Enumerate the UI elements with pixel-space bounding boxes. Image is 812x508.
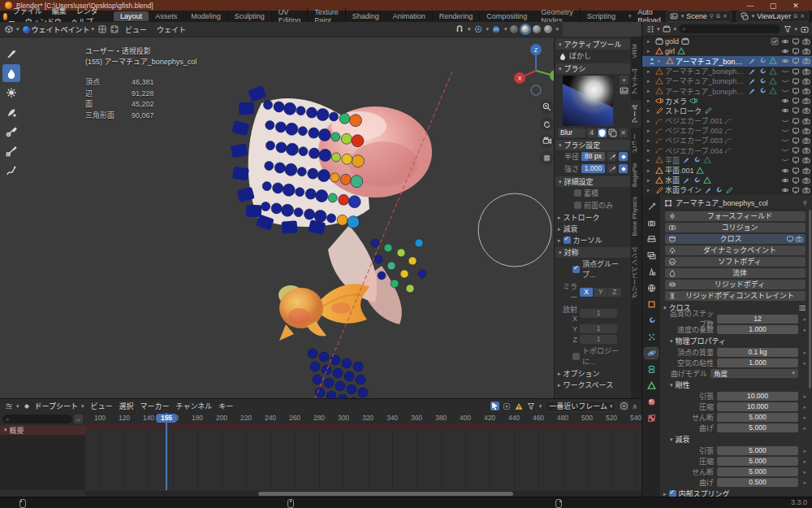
physical-頂点の質量-field[interactable]: 0.1 kg: [717, 348, 798, 357]
unlink-scene-icon[interactable]: ✕: [723, 13, 728, 20]
front-faces-checkbox[interactable]: [574, 202, 581, 209]
navigation-gizmo[interactable]: Z Y X: [512, 40, 560, 97]
disable-render-icon[interactable]: [801, 76, 810, 85]
eye-closed-icon[interactable]: [780, 146, 789, 155]
properties-scrollbar[interactable]: [809, 210, 811, 389]
brush-users-count[interactable]: 4: [587, 128, 596, 137]
falloff-curve-icon[interactable]: ∧: [632, 402, 637, 410]
physical-空気の粘性-field[interactable]: 1.000: [717, 358, 798, 367]
active-tool-panel-header[interactable]: ▾アクティブツール: [555, 39, 630, 50]
workspace-tab-animation[interactable]: Animation: [387, 11, 433, 21]
sidebar-tab-VRM[interactable]: VRM: [631, 40, 641, 63]
cloth-viewport-toggle-icon[interactable]: [785, 234, 794, 243]
stroke-panel-header[interactable]: ▸ストローク: [555, 212, 631, 223]
workspace-tab-rendering[interactable]: Rendering: [433, 11, 481, 21]
move-view-icon[interactable]: [540, 117, 554, 131]
radial-y-field[interactable]: 1: [580, 324, 617, 333]
cursor-checkbox[interactable]: [564, 237, 571, 244]
disable-render-icon[interactable]: [801, 166, 810, 175]
eye-closed-icon[interactable]: [780, 156, 789, 165]
disable-viewport-icon[interactable]: [791, 87, 800, 96]
new-layer-icon[interactable]: ⧉: [793, 13, 797, 20]
physics-button-流体[interactable]: 流体: [665, 268, 806, 279]
bending-model-dropdown[interactable]: 角度▾: [710, 369, 798, 378]
eyedropper-icon[interactable]: [607, 152, 616, 161]
disable-render-icon[interactable]: [801, 116, 810, 125]
camera-view-icon[interactable]: [540, 134, 554, 148]
disable-render-icon[interactable]: [801, 176, 810, 185]
editor-type-icon[interactable]: [4, 25, 13, 34]
brush-name-field[interactable]: Blur: [558, 128, 585, 137]
stiffness-圧縮-field[interactable]: 10.000: [717, 402, 798, 411]
disable-viewport-icon[interactable]: [791, 146, 800, 155]
physics-button-ソフトボディ[interactable]: ソフトボディ: [665, 257, 806, 267]
summary-channel[interactable]: ▾概要: [0, 425, 85, 435]
properties-tab-tool[interactable]: [645, 202, 658, 212]
outliner-search-input[interactable]: ⌕: [679, 24, 780, 33]
vertex-group-x-checkbox[interactable]: [572, 266, 580, 273]
sample-weight-tool[interactable]: [2, 123, 20, 141]
outliner-display-mode-icon[interactable]: [646, 24, 654, 33]
shading-solid-icon[interactable]: [521, 25, 529, 33]
outliner-row[interactable]: ▸水面: [642, 176, 812, 185]
damping-圧縮-field[interactable]: 5.000: [717, 457, 798, 466]
zoom-view-icon[interactable]: [540, 100, 554, 114]
eye-icon[interactable]: [780, 106, 789, 115]
new-scene-icon[interactable]: ⧉: [716, 13, 720, 20]
cloth-品質のステップ数-field[interactable]: 12: [717, 315, 798, 323]
dope-menu-マーカー[interactable]: マーカー: [137, 401, 173, 411]
properties-tab-particles[interactable]: [645, 332, 658, 342]
channel-search-input[interactable]: ⌕: [2, 415, 72, 423]
properties-tab-view-layer[interactable]: [645, 250, 658, 261]
disable-viewport-icon[interactable]: [791, 136, 800, 145]
disable-viewport-icon[interactable]: [791, 185, 800, 194]
weight-menu[interactable]: ウェイト: [153, 24, 189, 35]
properties-tab-texture[interactable]: [645, 413, 658, 423]
properties-tab-render[interactable]: [645, 218, 658, 228]
outliner-row[interactable]: ▸カメラ: [642, 96, 812, 106]
falloff-panel-header[interactable]: ▸減衰: [555, 224, 631, 234]
menu-ファイル[interactable]: ファイル: [8, 7, 47, 15]
proportional-edit-icon[interactable]: [473, 25, 482, 34]
eye-closed-icon[interactable]: [780, 126, 789, 135]
eye-closed-icon[interactable]: [780, 76, 789, 85]
remove-layer-icon[interactable]: ✕: [800, 13, 805, 20]
workspace-panel-header[interactable]: ▸ワークスペース: [555, 380, 631, 390]
disable-viewport-icon[interactable]: [791, 37, 800, 46]
disable-render-icon[interactable]: [801, 156, 810, 165]
brush-settings-panel-header[interactable]: ▾ブラシ設定: [555, 140, 630, 150]
outliner-row[interactable]: ▸ベジエカーブ.004: [642, 145, 812, 155]
average-brush-tool[interactable]: [2, 84, 20, 102]
symmetry-panel-header[interactable]: ▾対称: [555, 247, 630, 258]
shading-rendered-icon[interactable]: [544, 25, 552, 33]
dope-filter-icon[interactable]: [527, 402, 536, 410]
disable-viewport-icon[interactable]: [791, 156, 800, 165]
damping-引張-field[interactable]: 5.000: [717, 446, 798, 455]
outliner-row[interactable]: ▸アーマチュア_bonephys_col.001: [642, 67, 812, 76]
sidebar-tab-ツール[interactable]: ツール: [631, 100, 641, 128]
smear-brush-tool[interactable]: [2, 103, 20, 121]
eye-closed-icon[interactable]: [780, 87, 789, 96]
dope-menu-ビュー[interactable]: ビュー: [88, 401, 116, 411]
exclude-checkbox[interactable]: [770, 37, 779, 46]
damping-曲げ-field[interactable]: 0.500: [717, 478, 798, 487]
eye-closed-icon[interactable]: [780, 116, 789, 125]
outliner-row[interactable]: ▸平面: [642, 155, 812, 165]
mirror-axis-toggle[interactable]: X Y Z: [580, 288, 621, 297]
unlink-brush-icon[interactable]: ✕: [619, 128, 628, 137]
duplicate-brush-icon[interactable]: [608, 128, 617, 137]
stiffness-header[interactable]: ▾剛性: [663, 380, 807, 390]
outliner-row[interactable]: ▸水面ライン: [642, 185, 812, 195]
disable-render-icon[interactable]: [801, 185, 810, 194]
workspace-tab-compositing[interactable]: Compositing: [480, 11, 534, 21]
disable-viewport-icon[interactable]: [791, 76, 800, 85]
animate-property-icon[interactable]: [619, 152, 628, 161]
sample-vertex-group-tool[interactable]: [2, 142, 20, 160]
properties-tab-object[interactable]: [645, 299, 658, 310]
vertex-mask-toggle[interactable]: [110, 25, 119, 34]
properties-tab-constraints[interactable]: [645, 364, 658, 375]
disable-viewport-icon[interactable]: [791, 97, 800, 106]
topology-mirror-checkbox[interactable]: [572, 353, 580, 360]
snap-magnet-icon[interactable]: [456, 25, 464, 34]
disable-viewport-icon[interactable]: [791, 176, 800, 185]
